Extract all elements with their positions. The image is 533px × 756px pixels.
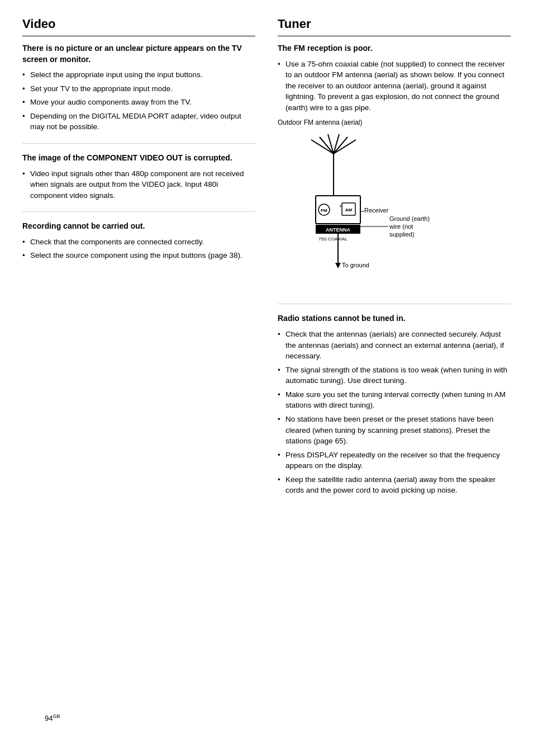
antenna-svg: FM AM + ANTENNA 75Ω COAXIAL	[278, 129, 511, 287]
page-number: 94GB	[45, 714, 60, 722]
component-video-heading: The image of the COMPONENT VIDEO OUT is …	[22, 153, 255, 164]
svg-text:+: +	[339, 204, 342, 209]
outdoor-antenna-label: Outdoor FM antenna (aerial)	[278, 119, 362, 126]
list-item: Use a 75-ohm coaxial cable (not supplied…	[278, 59, 511, 114]
left-column: Video There is no picture or an unclear …	[22, 17, 255, 516]
svg-text:75Ω COAXIAL: 75Ω COAXIAL	[318, 237, 348, 242]
recording-list: Check that the components are connected …	[22, 237, 255, 261]
video-divider	[22, 36, 255, 36]
recording-section: Recording cannot be carried out. Check t…	[22, 221, 255, 272]
list-item: Check that the antennas (aerials) are co…	[278, 329, 511, 362]
no-picture-list: Select the appropriate input using the i…	[22, 69, 255, 133]
list-item: Select the appropriate input using the i…	[22, 69, 255, 81]
list-item: No stations have been preset or the pres…	[278, 414, 511, 447]
recording-heading: Recording cannot be carried out.	[22, 221, 255, 232]
list-item: Check that the components are connected …	[22, 237, 255, 248]
no-picture-section: There is no picture or an unclear pictur…	[22, 43, 255, 144]
svg-text:ANTENNA: ANTENNA	[326, 227, 350, 233]
svg-text:supplied): supplied)	[389, 231, 415, 238]
component-video-section: The image of the COMPONENT VIDEO OUT is …	[22, 153, 255, 212]
radio-stations-list: Check that the antennas (aerials) are co…	[278, 329, 511, 496]
fm-reception-heading: The FM reception is poor.	[278, 43, 511, 54]
list-item: Move your audio components away from the…	[22, 97, 255, 108]
radio-stations-section: Radio stations cannot be tuned in. Check…	[278, 313, 511, 506]
component-video-list: Video input signals other than 480p comp…	[22, 168, 255, 201]
fm-reception-list: Use a 75-ohm coaxial cable (not supplied…	[278, 59, 511, 114]
list-item: Press DISPLAY repeatedly on the receiver…	[278, 450, 511, 471]
list-item: Keep the satellite radio antenna (aerial…	[278, 474, 511, 496]
radio-stations-heading: Radio stations cannot be tuned in.	[278, 313, 511, 324]
list-item: Depending on the DIGITAL MEDIA PORT adap…	[22, 111, 255, 133]
svg-text:To ground: To ground	[342, 262, 369, 268]
list-item: Set your TV to the appropriate input mod…	[22, 83, 255, 94]
svg-text:AM: AM	[345, 207, 353, 212]
right-column: Tuner The FM reception is poor. Use a 75…	[278, 17, 511, 516]
svg-text:wire (not: wire (not	[389, 223, 413, 230]
list-item: Select the source component using the in…	[22, 250, 255, 261]
list-item: Video input signals other than 480p comp…	[22, 168, 255, 201]
antenna-diagram: Outdoor FM antenna (aerial)	[278, 119, 511, 287]
svg-text:FM: FM	[321, 208, 327, 213]
svg-text:Receiver: Receiver	[364, 207, 389, 214]
tuner-divider	[278, 36, 511, 36]
list-item: The signal strength of the stations is t…	[278, 365, 511, 386]
tuner-title: Tuner	[278, 17, 511, 31]
no-picture-heading: There is no picture or an unclear pictur…	[22, 43, 255, 65]
video-title: Video	[22, 17, 255, 31]
svg-text:Ground (earth): Ground (earth)	[389, 215, 430, 222]
svg-marker-17	[335, 263, 341, 268]
fm-reception-section: The FM reception is poor. Use a 75-ohm c…	[278, 43, 511, 304]
list-item: Make sure you set the tuning interval co…	[278, 389, 511, 411]
